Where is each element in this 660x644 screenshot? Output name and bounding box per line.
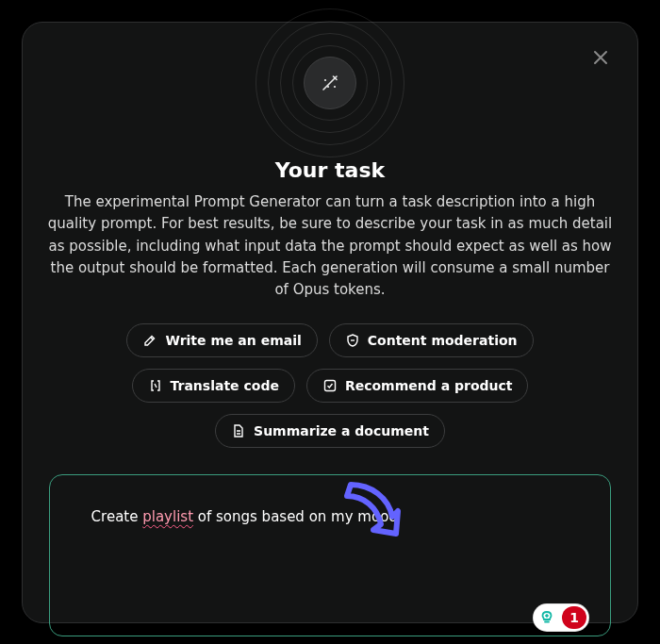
chip-content-moderation[interactable]: Content moderation — [329, 323, 534, 357]
header-rings — [255, 8, 405, 158]
lightbulb-plus-icon — [534, 604, 560, 631]
chip-summarize-document[interactable]: Summarize a document — [215, 414, 445, 448]
badge-count: 1 — [562, 606, 586, 629]
close-icon — [592, 49, 609, 66]
chip-label: Recommend a product — [345, 378, 513, 393]
task-input[interactable] — [49, 474, 611, 636]
svg-rect-0 — [324, 381, 335, 391]
chip-translate-code[interactable]: Translate code — [132, 369, 295, 403]
wand-badge — [304, 57, 356, 109]
chip-label: Translate code — [171, 378, 279, 393]
chip-label: Summarize a document — [254, 423, 429, 438]
chip-label: Write me an email — [165, 333, 301, 348]
modal-description: The experimental Prompt Generator can tu… — [43, 191, 617, 301]
chip-label: Content moderation — [368, 333, 518, 348]
document-icon — [231, 423, 246, 438]
task-input-wrap: Create playlist of songs based on my moo… — [49, 474, 611, 640]
code-brackets-icon — [148, 378, 163, 393]
shield-icon — [345, 333, 360, 348]
chip-recommend-product[interactable]: Recommend a product — [306, 369, 529, 403]
pen-icon — [142, 333, 157, 348]
chip-write-email[interactable]: Write me an email — [126, 323, 317, 357]
checkbox-icon — [322, 378, 338, 393]
suggestion-badge[interactable]: 1 — [534, 604, 588, 631]
close-button[interactable] — [585, 41, 617, 74]
example-chips: Write me an email Content moderation Tra… — [57, 323, 603, 448]
wand-icon — [318, 71, 342, 95]
prompt-generator-modal: Your task The experimental Prompt Genera… — [22, 22, 638, 623]
modal-title: Your task — [43, 158, 617, 182]
